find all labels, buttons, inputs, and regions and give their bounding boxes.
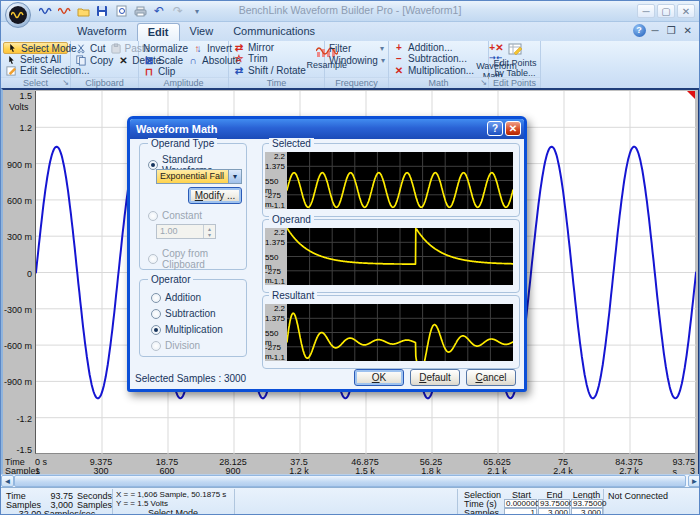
ribbon: Select Mode Select All Edit Selection...… [1,41,699,88]
help-icon[interactable]: ? [633,24,646,37]
radio-addition[interactable]: Addition [151,292,201,303]
document-close-button[interactable]: ✕ [682,24,694,37]
main-y-tick-label: 1.5 [19,91,32,101]
select-mode-button[interactable]: Select Mode [3,42,68,54]
dialog-close-icon[interactable]: ✕ [505,121,521,136]
scroll-right-icon[interactable]: ► [688,475,700,487]
shift-rotate-button[interactable]: ⇄ Shift / Rotate [231,65,308,76]
absolute-icon: ∩ [187,55,199,66]
cut-button[interactable]: Cut [73,42,108,54]
ok-button[interactable]: OK [354,369,404,386]
selection-time-start-field[interactable]: 0.000000 [504,499,537,508]
resultant-plot-group: Resultant 2.21.375550 m-275 m-1.1 [262,295,520,369]
qat-customize-icon[interactable]: ▾ [189,3,205,19]
print-icon[interactable] [132,3,148,19]
y-axis-unit-label: Volts [9,102,29,112]
dialog-titlebar[interactable]: Waveform Math ? ✕ [130,119,524,139]
invert-button[interactable]: ↑↓ Invert [190,42,234,54]
save-icon[interactable] [94,3,110,19]
connection-status: Not Connected [608,491,668,501]
waveform-math-dialog: Waveform Math ? ✕ Operand Type Standard … [127,116,527,392]
ribbon-group-clipboard: Cut Paste Copy ✕ Delete [71,41,139,88]
ribbon-group-time: ⇄ Mirror ☆ Trim ⇄ Shift / Rotate Resampl… [229,41,325,88]
main-y-tick-label: 0 [27,269,32,279]
print-preview-icon[interactable] [113,3,129,19]
maximize-button[interactable]: ▢ [657,4,675,18]
ribbon-group-edit-points: Edit Points by Table... Edit Points [489,41,541,88]
close-button[interactable]: ✕ [677,4,695,18]
delete-x-icon: ✕ [117,55,129,66]
resultant-waveform-svg [287,304,513,361]
selection-time-length-field[interactable]: 93.75000 [571,499,603,508]
resultant-y-tick-label: 2.2 [274,304,285,313]
operator-group: Operator Addition Subtraction Multiplica… [139,279,247,357]
multiplication-button[interactable]: ✕ Multiplication... [391,65,476,76]
tab-view[interactable]: View [180,23,224,41]
math-dialog-launcher[interactable]: ↘ [480,77,487,88]
status-panel-empty [235,489,458,514]
scrollbar-thumb[interactable] [14,475,686,487]
open-waveform-icon[interactable] [56,3,72,19]
scroll-left-icon[interactable]: ◄ [1,475,14,487]
operand-y-tick-label: 1.375 [265,238,285,247]
document-minimize-button[interactable]: ─ [650,24,661,37]
main-y-tick-label: -1.2 [16,414,32,424]
radio-multiplication[interactable]: Multiplication [151,324,223,335]
dialog-help-icon[interactable]: ? [487,121,503,136]
windowing-button[interactable]: Windowing ▾ [327,54,386,66]
selection-samples-start-field[interactable]: 1 [504,508,537,515]
radio-icon [151,341,161,351]
scale-button[interactable]: ⊠ Scale [141,54,185,66]
mirror-button[interactable]: ⇄ Mirror [231,42,308,53]
app-menu-button[interactable] [5,2,31,28]
selected-plot-group: Selected 2.21.375550 m-275 m-1.1 [262,143,520,217]
operand-y-tick-label: -1.1 [271,277,285,286]
selection-samples-length-field[interactable]: 3,000 [571,508,603,515]
titlebar: ↶ ↷ ▾ BenchLink Waveform Builder Pro - [… [1,1,699,22]
tab-waveform[interactable]: Waveform [67,23,137,41]
cancel-button[interactable]: Cancel [466,369,516,386]
selection-samples-end-field[interactable]: 3,000 [538,508,570,515]
radio-icon [148,254,158,264]
edit-selection-button[interactable]: Edit Selection... [3,65,68,76]
undo-icon[interactable]: ↶ [151,3,167,19]
document-restore-button[interactable]: ❐ [665,24,678,37]
scale-icon: ⊠ [143,55,155,66]
new-waveform-icon[interactable] [37,3,53,19]
selected-plot [287,152,513,209]
radio-subtraction[interactable]: Subtraction [151,308,216,319]
waveform-type-combo[interactable]: Exponential Fall ▾ [156,169,242,184]
combo-dropdown-icon[interactable]: ▾ [228,170,241,183]
operand-waveform-svg [287,228,513,285]
tab-edit[interactable]: Edit [137,23,180,41]
default-button[interactable]: Default [410,369,460,386]
filter-button[interactable]: Filter ▾ [327,42,386,54]
subtraction-button[interactable]: − Subtraction... [391,53,476,64]
trim-button[interactable]: ☆ Trim [231,53,308,64]
select-all-button[interactable]: Select All [3,54,68,65]
copy-icon [75,55,87,66]
open-folder-icon[interactable] [75,3,91,19]
modify-button[interactable]: Modify ... [188,187,242,204]
tab-communications[interactable]: Communications [223,23,325,41]
radio-division: Division [151,340,200,351]
ribbon-group-math: + Addition... − Subtraction... ✕ Multipl… [389,41,489,88]
selection-time-end-field[interactable]: 93.75000 [538,499,570,508]
copy-button[interactable]: Copy [73,54,115,66]
minus-icon: − [393,53,405,64]
scissors-icon [75,43,87,54]
clip-button[interactable]: ⊓ Clip [141,66,226,77]
main-y-tick-label: -900 m [4,377,32,387]
selected-y-tick-label: -1.1 [271,201,285,210]
radio-icon [151,325,161,335]
minimize-button[interactable]: ─ [637,4,655,18]
edit-points-by-table-button[interactable]: Edit Points by Table... [491,42,539,76]
addition-button[interactable]: + Addition... [391,42,476,53]
select-dialog-launcher[interactable]: ↘ [62,77,69,88]
normalize-button[interactable]: Normalize [141,42,190,54]
main-y-tick-label: 600 m [7,196,32,206]
ribbon-group-select: Select Mode Select All Edit Selection...… [1,41,71,88]
radio-copy-from-clipboard: Copy from Clipboard [148,248,246,270]
quick-access-toolbar: ↶ ↷ ▾ [37,3,205,19]
constant-value-spinner: 1.00 ▴▾ [156,224,216,239]
